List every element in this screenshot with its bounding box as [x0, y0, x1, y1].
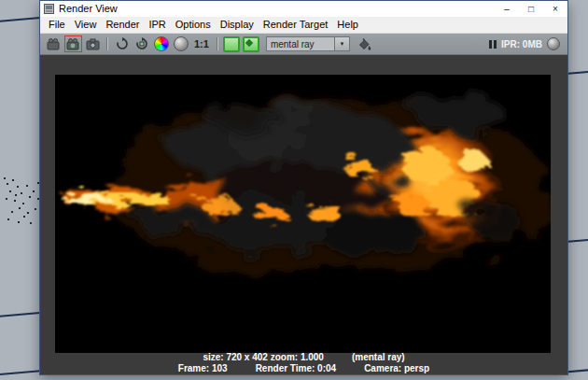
render-time-label: Render Time: 0:04: [256, 363, 337, 373]
keep-image-icon[interactable]: [223, 35, 241, 52]
menu-render-target[interactable]: Render Target: [259, 17, 333, 33]
render-progress-indicator: [547, 37, 560, 50]
toolbar: 1:1 mental ray ▼ IPR: 0MB: [40, 34, 567, 55]
camera-label: Camera: persp: [364, 363, 429, 373]
remove-image-icon[interactable]: [243, 35, 260, 52]
renderer-dropdown[interactable]: mental ray ▼: [266, 36, 350, 51]
ipr-refresh-icon[interactable]: [113, 35, 131, 52]
snapshot-icon[interactable]: [84, 35, 102, 52]
toolbar-separator: [106, 37, 108, 50]
menu-display[interactable]: Display: [216, 17, 259, 33]
minimize-button[interactable]: –: [495, 1, 519, 17]
menu-file[interactable]: File: [44, 17, 70, 33]
menu-view[interactable]: View: [70, 17, 102, 33]
chevron-down-icon[interactable]: ▼: [334, 36, 350, 51]
paint-bucket-icon[interactable]: [356, 35, 373, 52]
background-particles: [4, 177, 6, 179]
statusbar: size: 720 x 402 zoom: 1.000 (mental ray)…: [40, 350, 567, 374]
close-button[interactable]: ×: [543, 1, 567, 17]
fire-render: [55, 75, 551, 353]
ipr-memory-label: IPR: 0MB: [501, 39, 542, 49]
render-area: size: 720 x 402 zoom: 1.000 (mental ray)…: [40, 55, 567, 374]
redo-render-icon[interactable]: [45, 35, 63, 52]
size-zoom-label: size: 720 x 402 zoom: 1.000: [203, 352, 324, 362]
toolbar-separator: [217, 37, 218, 50]
rgb-channels-icon[interactable]: [152, 35, 170, 52]
alpha-channel-icon[interactable]: [172, 35, 189, 52]
app-icon: [44, 4, 54, 14]
background-curve-line: [0, 312, 43, 317]
render-view-window: Render View – □ × File View Render IPR O…: [39, 0, 568, 375]
background-curve-line: [566, 71, 588, 75]
renderer-dropdown-value[interactable]: mental ray: [266, 36, 334, 51]
one-to-one-button[interactable]: 1:1: [191, 38, 212, 49]
titlebar[interactable]: Render View – □ ×: [40, 1, 567, 17]
menu-ipr[interactable]: IPR: [144, 17, 170, 33]
menu-help[interactable]: Help: [332, 17, 363, 33]
pause-ipr-icon[interactable]: [489, 40, 497, 49]
ipr-update-region-icon[interactable]: [133, 35, 150, 52]
background-curve-line: [566, 239, 588, 243]
maximize-button[interactable]: □: [519, 1, 543, 17]
rendered-image[interactable]: [55, 75, 551, 353]
background-curve-line: [0, 370, 43, 375]
menubar: File View Render IPR Options Display Ren…: [40, 17, 567, 34]
redo-ipr-render-icon[interactable]: [64, 35, 82, 52]
menu-render[interactable]: Render: [101, 17, 144, 33]
renderer-note-label: (mental ray): [352, 352, 405, 362]
menu-options[interactable]: Options: [171, 17, 216, 33]
frame-label: Frame: 103: [178, 363, 228, 373]
window-title: Render View: [59, 1, 118, 17]
background-curve-line: [0, 17, 43, 22]
